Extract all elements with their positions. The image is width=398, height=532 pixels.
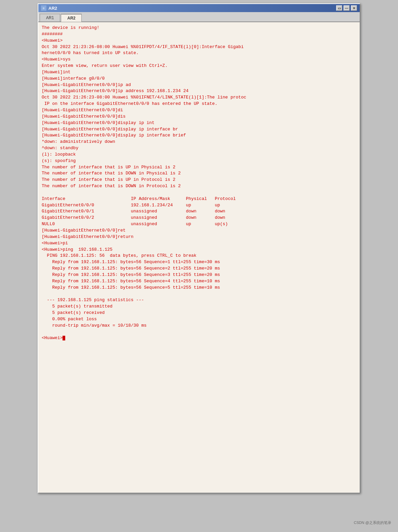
close-button[interactable]: ✕: [351, 5, 357, 11]
minimize-button[interactable]: —: [344, 5, 350, 11]
app-icon: ≡: [41, 5, 46, 11]
terminal-output: The device is running! ######## <Huawei>…: [42, 25, 356, 341]
window-title: AR2: [48, 6, 57, 11]
terminal-area[interactable]: The device is running! ######## <Huawei>…: [38, 22, 360, 493]
title-bar-controls: ▭ — ✕: [336, 5, 357, 11]
watermark: CSDN @之系统的笔录: [354, 520, 391, 525]
title-bar: ≡ AR2 ▭ — ✕: [38, 4, 360, 12]
tab-bar: AR1 AR2: [38, 12, 360, 22]
restore-button[interactable]: ▭: [336, 5, 342, 11]
terminal-cursor: [63, 336, 65, 340]
tab-ar1[interactable]: AR1: [40, 14, 60, 22]
title-bar-left: ≡ AR2: [41, 5, 57, 11]
tab-ar2[interactable]: AR2: [61, 14, 82, 22]
main-window: ≡ AR2 ▭ — ✕ AR1 AR2 The device is runnin…: [38, 3, 360, 493]
